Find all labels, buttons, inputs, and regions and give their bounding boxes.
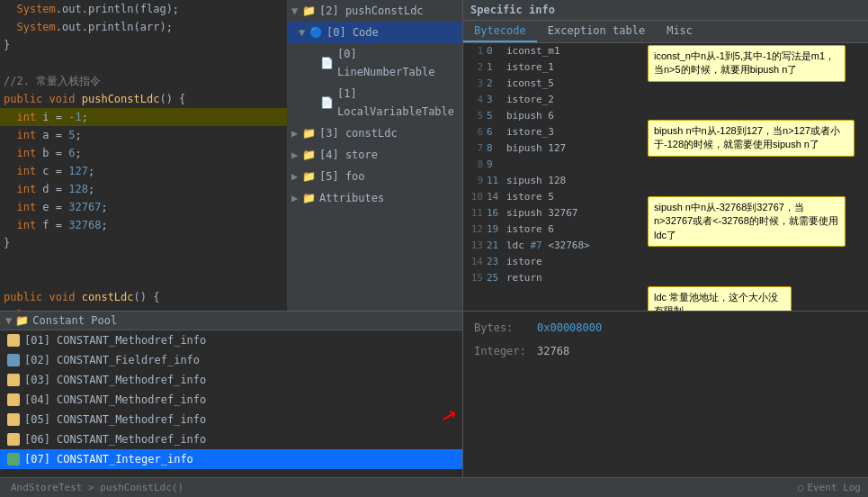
code-line	[0, 270, 287, 288]
file-icon: 📄	[320, 54, 335, 72]
tree-item-label: [3] constLdc	[319, 124, 398, 142]
tab-misc[interactable]: Misc	[656, 21, 703, 42]
code-line: public void pushConstLdc() {	[0, 90, 287, 108]
pool-icon-04	[7, 393, 20, 406]
tab-bytecode[interactable]: Bytecode	[463, 21, 537, 42]
bytecode-row: 2 1 istore_1	[463, 59, 643, 76]
folder-icon: 📁	[302, 2, 317, 20]
pool-icon-02	[7, 354, 20, 366]
code-line: }	[0, 234, 287, 252]
event-log[interactable]: ○ Event Log	[798, 482, 861, 493]
integer-value: 32768	[537, 342, 569, 360]
pool-item-07[interactable]: [07] CONSTANT_Integer_info	[0, 449, 462, 469]
pool-item-04[interactable]: [04] CONSTANT_Methodref_info	[0, 390, 462, 410]
pool-item-02[interactable]: [02] CONSTANT_Fieldref_info	[0, 350, 462, 370]
pool-icon-01	[7, 334, 20, 347]
tree-item-linenumber[interactable]: 📄 [0] LineNumberTable	[288, 43, 462, 83]
bytecode-row: 4 3 istore_2	[463, 92, 643, 108]
pool-panel: ▼ 📁 Constant Pool [01] CONSTANT_Methodre…	[0, 312, 463, 477]
code-line-highlight: int i = -1;	[0, 108, 287, 126]
annotation-bipush: bipush n中n从-128到127，当n>127或者小于-128的时候，就需…	[648, 120, 855, 157]
code-icon: 🔵	[309, 23, 324, 41]
code-line: System.out.println(arr);	[0, 18, 287, 36]
annotation-panel: iconst_n中n从-1到5,其中-1的写法是m1，当n>5的时候，就要用bi…	[643, 43, 868, 311]
pool-item-05[interactable]: [05] CONSTANT_Methodref_info	[0, 410, 462, 429]
annotation-ldc: ldc 常量池地址，这个大小没有限制	[648, 286, 792, 311]
code-line: System.out.println(flag);	[0, 0, 287, 18]
status-bar: AndStoreTest > pushConstLdc() ○ Event Lo…	[0, 477, 868, 497]
tree-item-store[interactable]: ▶ 📁 [4] store	[288, 144, 462, 166]
bytecode-row: 5 5 bipush 6	[463, 108, 643, 124]
folder-icon6: 📁	[15, 314, 29, 327]
code-line: int a = 5;	[0, 126, 287, 144]
bottom-area: ▼ 📁 Constant Pool [01] CONSTANT_Methodre…	[0, 311, 868, 477]
code-line: int e = 32767;	[0, 198, 287, 216]
tab-exception[interactable]: Exception table	[537, 21, 656, 42]
bytecode-row: 3 2 iconst_5	[463, 76, 643, 92]
file-icon2: 📄	[320, 94, 335, 112]
tree-item-foo[interactable]: ▶ 📁 [5] foo	[288, 166, 462, 187]
folder-icon3: 📁	[302, 146, 317, 164]
annotation-sipush: sipush n中n从-32768到32767，当n>32767或者<-3276…	[648, 196, 846, 247]
pool-icon-07	[7, 453, 20, 465]
code-line	[0, 54, 287, 72]
tree-item-attributes[interactable]: ▶ 📁 Attributes	[288, 187, 462, 209]
code-panel: System.out.println(flag); System.out.pri…	[0, 0, 288, 311]
folder-icon5: 📁	[302, 189, 317, 207]
tree-item-label: [4] store	[319, 146, 378, 164]
tree-item-localvariable[interactable]: 📄 [1] LocalVariableTable	[288, 83, 462, 122]
pool-item-06[interactable]: [06] CONSTANT_Methodref_info	[0, 429, 462, 449]
bytecode-row: 6 6 istore_3	[463, 124, 643, 140]
code-line	[0, 252, 287, 270]
bytecode-row: 8 9	[463, 157, 643, 173]
bytecode-row: 14 23 istore	[463, 254, 643, 270]
tree-item-label: [0] Code	[327, 23, 379, 41]
folder-icon4: 📁	[302, 167, 317, 185]
folder-icon2: 📁	[302, 124, 317, 142]
bytecode-row: 7 8 bipush 127	[463, 140, 643, 157]
pool-icon-05	[7, 413, 20, 426]
code-line: public void constLdc() {	[0, 288, 287, 306]
tree-item-label: [1] LocalVariableTable	[337, 85, 459, 121]
bytes-label: Bytes:	[474, 319, 537, 337]
tree-item-code[interactable]: ▼ 🔵 [0] Code	[288, 22, 462, 43]
right-content: 1 0 iconst_m1 2 1 istore_1 3 2 iconst_5 …	[463, 43, 868, 311]
bytecode-row: 11 16 sipush 32767	[463, 205, 643, 221]
pool-item-03[interactable]: [03] CONSTANT_Methodref_info	[0, 370, 462, 390]
code-line: }	[0, 36, 287, 54]
bytes-value: 0x00008000	[537, 319, 602, 337]
tabs-row: Bytecode Exception table Misc	[463, 21, 868, 43]
integer-label: Integer:	[474, 342, 537, 360]
bytecode-row: 10 14 istore 5	[463, 189, 643, 205]
code-line: int b = 6;	[0, 144, 287, 162]
pool-icon-06	[7, 433, 20, 446]
tree-item-label: [0] LineNumberTable	[337, 45, 459, 81]
tree-item-label: [5] foo	[319, 167, 365, 185]
pool-detail-panel: Bytes: 0x00008000 Integer: 32768	[463, 312, 868, 477]
annotation-iconst: iconst_n中n从-1到5,其中-1的写法是m1，当n>5的时候，就要用bi…	[648, 45, 846, 82]
tree-item-pushconstldc[interactable]: ▼ 📁 [2] pushConstLdc	[288, 0, 462, 22]
pool-item-01[interactable]: [01] CONSTANT_Methodref_info	[0, 330, 462, 350]
bytecode-row: 1 0 iconst_m1	[463, 43, 643, 59]
tree-item-constldc[interactable]: ▶ 📁 [3] constLdc	[288, 122, 462, 144]
tree-item-label: [2] pushConstLdc	[319, 2, 424, 20]
code-line: int d = 128;	[0, 180, 287, 198]
bytecode-row: 13 21 ldc #7 <32768>	[463, 238, 643, 254]
bytecode-row: 12 19 istore 6	[463, 221, 643, 238]
tree-item-label: Attributes	[319, 189, 384, 207]
bytecode-panel: 1 0 iconst_m1 2 1 istore_1 3 2 iconst_5 …	[463, 43, 643, 311]
pool-detail-integer-row: Integer: 32768	[474, 342, 857, 360]
tree-panel: ▼ 📁 [2] pushConstLdc ▼ 🔵 [0] Code 📄 [0] …	[288, 0, 463, 311]
code-comment: //2. 常量入栈指令	[0, 72, 287, 90]
pool-header: ▼ 📁 Constant Pool	[0, 312, 462, 330]
code-line: int f = 32768;	[0, 216, 287, 234]
right-panel: Specific info Bytecode Exception table M…	[463, 0, 868, 311]
bytecode-row: 9 11 sipush 128	[463, 173, 643, 189]
bytecode-row: 15 25 return	[463, 270, 643, 286]
breadcrumb: AndStoreTest > pushConstLdc()	[7, 482, 798, 493]
code-line: int c = 127;	[0, 162, 287, 180]
pool-detail-bytes-row: Bytes: 0x00008000	[474, 319, 857, 337]
specific-info-header: Specific info	[463, 0, 868, 21]
pool-icon-03	[7, 374, 20, 386]
